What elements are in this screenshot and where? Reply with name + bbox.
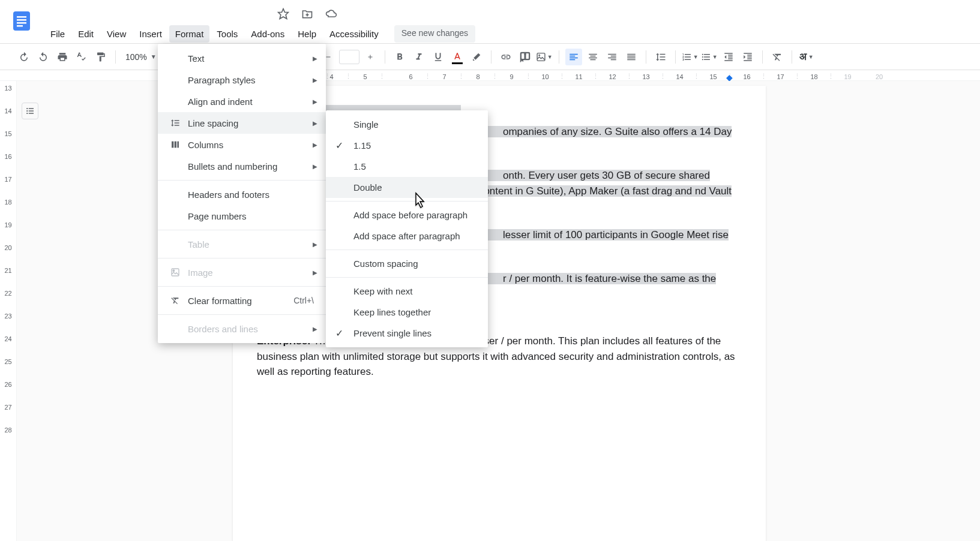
svg-rect-10 xyxy=(175,142,176,148)
menu-addons[interactable]: Add-ons xyxy=(245,25,290,43)
spacing-prevent-single[interactable]: ✓Prevent single lines xyxy=(326,323,488,344)
format-image[interactable]: Image▶ xyxy=(158,262,326,283)
svg-rect-1 xyxy=(17,16,26,18)
see-new-changes[interactable]: See new changes xyxy=(394,25,475,43)
spacing-keep-next[interactable]: Keep with next xyxy=(326,281,488,302)
input-tools-button[interactable]: अ▼ xyxy=(798,49,815,65)
format-dropdown: Text▶ Paragraph styles▶ Align and indent… xyxy=(158,44,326,343)
fontsize-input[interactable] xyxy=(339,50,359,64)
menu-view[interactable]: View xyxy=(101,25,132,43)
menu-tools[interactable]: Tools xyxy=(211,25,244,43)
star-icon[interactable] xyxy=(277,8,289,20)
zoom-select[interactable]: 100%▼ xyxy=(121,52,161,62)
svg-rect-11 xyxy=(177,142,179,148)
align-center-button[interactable] xyxy=(585,49,601,65)
svg-point-8 xyxy=(538,54,540,56)
undo-button[interactable] xyxy=(16,49,32,65)
menu-insert[interactable]: Insert xyxy=(133,25,168,43)
menu-format[interactable]: Format xyxy=(169,25,210,43)
align-right-button[interactable] xyxy=(604,49,621,65)
outline-toggle-icon[interactable] xyxy=(22,103,38,119)
menu-help[interactable]: Help xyxy=(292,25,322,43)
insert-image-button[interactable]: ▼ xyxy=(536,49,553,65)
print-button[interactable] xyxy=(54,49,71,65)
svg-rect-3 xyxy=(17,22,26,24)
line-spacing-button[interactable] xyxy=(652,49,669,65)
format-borders-lines[interactable]: Borders and lines▶ xyxy=(158,318,326,339)
text-color-button[interactable] xyxy=(449,49,466,65)
format-page-numbers[interactable]: Page numbers xyxy=(158,205,326,227)
svg-marker-5 xyxy=(278,9,289,19)
outdent-button[interactable] xyxy=(720,49,737,65)
spacing-double[interactable]: Double xyxy=(326,177,488,198)
redo-button[interactable] xyxy=(35,49,52,65)
bold-button[interactable] xyxy=(391,49,408,65)
docs-logo[interactable] xyxy=(10,5,34,37)
check-icon: ✓ xyxy=(335,140,343,151)
vertical-ruler[interactable]: 13141516171819202122232425262728 xyxy=(0,81,17,541)
paint-format-button[interactable] xyxy=(92,49,109,65)
spacing-single[interactable]: Single xyxy=(326,114,488,135)
align-left-button[interactable] xyxy=(565,49,582,65)
move-folder-icon[interactable] xyxy=(301,8,313,20)
format-clear-formatting[interactable]: Clear formattingCtrl+\ xyxy=(158,290,326,311)
spellcheck-button[interactable] xyxy=(73,49,90,65)
format-paragraph-styles[interactable]: Paragraph styles▶ xyxy=(158,69,326,91)
line-spacing-icon xyxy=(169,118,182,128)
spacing-15[interactable]: 1.5 xyxy=(326,156,488,177)
line-spacing-submenu: Single ✓1.15 1.5 Double Add space before… xyxy=(326,110,488,347)
svg-rect-4 xyxy=(17,25,23,27)
spacing-add-after[interactable]: Add space after paragraph xyxy=(326,226,488,247)
check-icon: ✓ xyxy=(335,327,343,339)
format-align-indent[interactable]: Align and indent▶ xyxy=(158,91,326,112)
clear-formatting-button[interactable] xyxy=(769,49,786,65)
svg-rect-2 xyxy=(17,19,26,21)
highlight-button[interactable] xyxy=(468,49,485,65)
spacing-keep-together[interactable]: Keep lines together xyxy=(326,302,488,323)
svg-rect-9 xyxy=(172,142,173,148)
toolbar: 100%▼ ▼ ▼ ▼ अ▼ xyxy=(0,44,980,70)
menu-edit[interactable]: Edit xyxy=(72,25,100,43)
clear-formatting-icon xyxy=(169,295,182,306)
spacing-custom[interactable]: Custom spacing xyxy=(326,253,488,274)
menubar: File Edit View Insert Format Tools Add-o… xyxy=(44,25,475,43)
format-table[interactable]: Table▶ xyxy=(158,233,326,255)
indent-button[interactable] xyxy=(739,49,756,65)
format-line-spacing[interactable]: Line spacing▶ xyxy=(158,112,326,134)
format-headers-footers[interactable]: Headers and footers xyxy=(158,184,326,205)
format-columns[interactable]: Columns▶ xyxy=(158,134,326,155)
svg-rect-7 xyxy=(537,53,545,61)
bulleted-list-button[interactable]: ▼ xyxy=(701,49,718,65)
comment-button[interactable] xyxy=(517,49,534,65)
format-bullets-numbering[interactable]: Bullets and numbering▶ xyxy=(158,155,326,177)
svg-rect-12 xyxy=(172,269,179,276)
menu-accessibility[interactable]: Accessibility xyxy=(323,25,385,43)
spacing-add-before[interactable]: Add space before paragraph xyxy=(326,205,488,226)
columns-icon xyxy=(169,139,182,150)
outline-panel xyxy=(17,81,43,541)
svg-rect-0 xyxy=(13,11,30,31)
link-button[interactable] xyxy=(498,49,514,65)
horizontal-ruler[interactable]: ⋮ 4⋮ 5⋮ 6⋮ 7⋮ 8⋮ 9⋮ 10⋮ 11⋮ 12⋮ 13⋮ 14⋮ … xyxy=(0,70,980,81)
align-justify-button[interactable] xyxy=(623,49,640,65)
svg-point-13 xyxy=(173,270,175,272)
app-header: File Edit View Insert Format Tools Add-o… xyxy=(0,0,980,44)
numbered-list-button[interactable]: ▼ xyxy=(682,49,699,65)
format-text[interactable]: Text▶ xyxy=(158,47,326,69)
fontsize-inc[interactable] xyxy=(362,49,379,65)
menu-file[interactable]: File xyxy=(44,25,71,43)
spacing-115[interactable]: ✓1.15 xyxy=(326,135,488,156)
cloud-status-icon[interactable] xyxy=(325,8,337,20)
italic-button[interactable] xyxy=(410,49,427,65)
underline-button[interactable] xyxy=(430,49,446,65)
image-icon xyxy=(169,267,182,278)
